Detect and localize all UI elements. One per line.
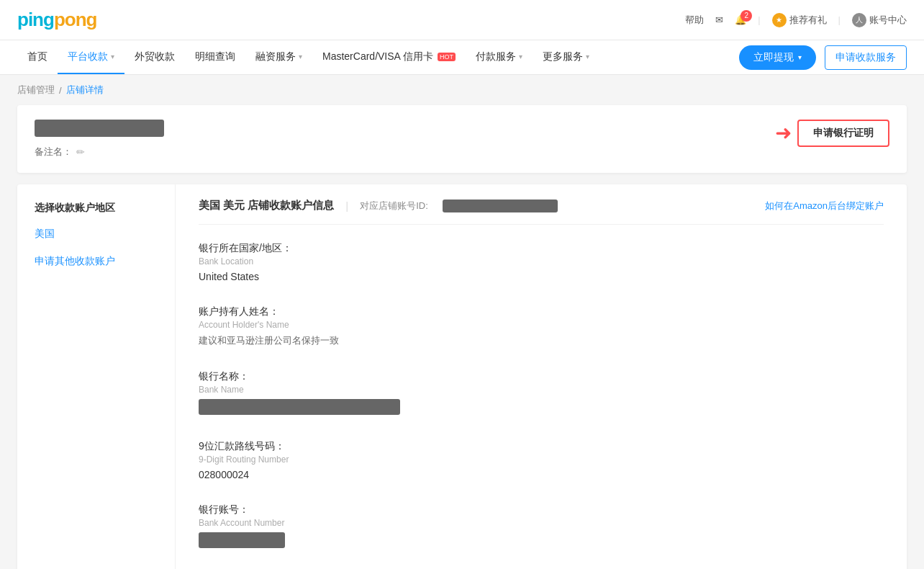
field-bank-location-value: United States: [199, 271, 884, 282]
apply-service-button[interactable]: 申请收款服务: [825, 45, 907, 70]
field-bank-location: 银行所在国家/地区： Bank Location United States: [199, 242, 884, 282]
header: pingpong 帮助 ✉ 🔔 2 | ★ 推荐有礼 | 人 账号中心: [0, 0, 924, 40]
sidebar-apply-link[interactable]: 申请其他收款账户: [17, 248, 175, 275]
field-account-number-cn: 银行账号：: [199, 503, 884, 516]
account-title: 美国 美元 店铺收款账户信息: [199, 199, 334, 212]
store-name-block: 备注名： ✏: [35, 120, 164, 158]
main-content: 备注名： ✏ ➜ 申请银行证明 选择收款账户地区 美国 申请其他收款账户: [0, 105, 924, 569]
store-id-label: 对应店铺账号ID:: [360, 200, 428, 212]
field-account-holder-en: Account Holder's Name: [199, 320, 884, 330]
field-bank-location-cn: 银行所在国家/地区：: [199, 242, 884, 255]
nav-finance-label: 融资服务: [255, 50, 296, 63]
nav-right: 立即提现 ▾ 申请收款服务: [739, 45, 907, 70]
nav-home[interactable]: 首页: [17, 40, 58, 74]
field-account-holder-cn: 账户持有人姓名：: [199, 305, 884, 318]
store-name-bar: [35, 120, 164, 137]
apply-label: 申请收款服务: [835, 51, 896, 63]
notification-badge: 2: [740, 10, 752, 22]
nav-more-chevron: ▾: [586, 53, 589, 61]
field-bank-name: 银行名称： Bank Name: [199, 370, 884, 417]
account-header-left: 美国 美元 店铺收款账户信息 | 对应店铺账号ID:: [199, 199, 558, 212]
nav-mastercard-label: MasterCard/VISA 信用卡: [322, 50, 433, 63]
help-link[interactable]: 帮助: [685, 14, 704, 27]
separator: |: [345, 200, 348, 212]
field-account-holder-hint: 建议和亚马逊注册公司名保持一致: [199, 334, 884, 347]
field-routing-cn: 9位汇款路线号码：: [199, 440, 884, 453]
message-icon[interactable]: ✉: [715, 14, 723, 25]
logo-part2: pong: [54, 9, 97, 30]
divider-1: |: [758, 14, 760, 25]
recommend-link[interactable]: ★ 推荐有礼: [772, 13, 827, 27]
nav-items: 首页 平台收款 ▾ 外贸收款 明细查询 融资服务 ▾ MasterCard/VI…: [17, 40, 599, 74]
nav-platform-label: 平台收款: [68, 50, 108, 63]
nav-more-label: 更多服务: [543, 50, 583, 63]
recommend-icon: ★: [772, 13, 787, 27]
breadcrumb: 店铺管理 / 店铺详情: [0, 75, 924, 105]
nav-finance[interactable]: 融资服务 ▾: [245, 40, 312, 74]
detail-panel: 美国 美元 店铺收款账户信息 | 对应店铺账号ID: 如何在Amazon后台绑定…: [176, 184, 907, 569]
nav-trade[interactable]: 外贸收款: [124, 40, 185, 74]
notification-bell[interactable]: 🔔 2: [735, 14, 746, 25]
logo: pingpong: [17, 9, 96, 31]
field-account-number-en: Bank Account Number: [199, 518, 884, 528]
arrow-wrap: ➜ 申请银行证明: [775, 120, 889, 147]
field-bank-name-cn: 银行名称：: [199, 370, 884, 383]
hot-badge: HOT: [438, 53, 456, 61]
sidebar-item-usa-label: 美国: [35, 228, 55, 239]
content-area: 选择收款账户地区 美国 申请其他收款账户 美国 美元 店铺收款账户信息 | 对应…: [17, 184, 907, 569]
nav-more[interactable]: 更多服务 ▾: [533, 40, 599, 74]
logo-part1: ping: [17, 9, 54, 30]
nav-detail-label: 明细查询: [195, 50, 235, 63]
nav-mastercard[interactable]: MasterCard/VISA 信用卡 HOT: [312, 40, 466, 74]
nav-payment[interactable]: 付款服务 ▾: [466, 40, 533, 74]
field-account-number: 银行账号： Bank Account Number: [199, 503, 884, 550]
breadcrumb-separator: /: [59, 85, 62, 96]
withdraw-label: 立即提现: [753, 51, 794, 64]
nav-payment-label: 付款服务: [476, 50, 516, 63]
nav-payment-chevron: ▾: [519, 53, 522, 61]
nav-trade-label: 外贸收款: [135, 50, 175, 63]
nav-detail[interactable]: 明细查询: [185, 40, 245, 74]
withdraw-button[interactable]: 立即提现 ▾: [739, 45, 816, 70]
field-account-number-redacted: [199, 532, 285, 548]
bank-cert-button[interactable]: 申请银行证明: [797, 120, 889, 147]
nav: 首页 平台收款 ▾ 外贸收款 明细查询 融资服务 ▾ MasterCard/VI…: [0, 40, 924, 75]
store-card: 备注名： ✏ ➜ 申请银行证明: [17, 105, 907, 173]
field-bank-name-redacted: [199, 399, 400, 415]
field-routing-en: 9-Digit Routing Number: [199, 454, 884, 465]
account-center[interactable]: 人 账号中心: [852, 13, 907, 27]
field-bank-location-en: Bank Location: [199, 256, 884, 266]
nav-platform-chevron: ▾: [111, 53, 114, 61]
red-arrow-icon: ➜: [775, 123, 792, 143]
amazon-bind-link[interactable]: 如何在Amazon后台绑定账户: [765, 200, 884, 212]
divider-2: |: [838, 14, 841, 25]
bank-cert-label: 申请银行证明: [813, 127, 874, 138]
remark-label: 备注名：: [35, 145, 72, 158]
recommend-label: 推荐有礼: [789, 14, 827, 27]
header-right: 帮助 ✉ 🔔 2 | ★ 推荐有礼 | 人 账号中心: [685, 13, 907, 27]
field-account-holder: 账户持有人姓名： Account Holder's Name 建议和亚马逊注册公…: [199, 305, 884, 347]
breadcrumb-parent[interactable]: 店铺管理: [17, 84, 55, 97]
nav-platform[interactable]: 平台收款 ▾: [58, 40, 124, 74]
breadcrumb-current[interactable]: 店铺详情: [66, 84, 104, 97]
field-bank-name-en: Bank Name: [199, 385, 884, 395]
sidebar-item-usa[interactable]: 美国: [17, 220, 175, 248]
store-id-bar: [443, 200, 558, 212]
sidebar: 选择收款账户地区 美国 申请其他收款账户: [17, 184, 176, 569]
remark-row: 备注名： ✏: [35, 145, 164, 158]
account-label: 账号中心: [869, 14, 907, 27]
withdraw-chevron: ▾: [798, 53, 802, 61]
field-routing: 9位汇款路线号码： 9-Digit Routing Number 0280000…: [199, 440, 884, 480]
field-routing-value: 028000024: [199, 469, 884, 480]
nav-home-label: 首页: [27, 50, 47, 63]
edit-icon[interactable]: ✏: [76, 146, 85, 158]
sidebar-title: 选择收款账户地区: [17, 196, 175, 220]
account-header: 美国 美元 店铺收款账户信息 | 对应店铺账号ID: 如何在Amazon后台绑定…: [199, 199, 884, 225]
nav-finance-chevron: ▾: [299, 53, 302, 61]
sidebar-apply-label: 申请其他收款账户: [35, 255, 115, 266]
account-icon: 人: [852, 13, 866, 27]
